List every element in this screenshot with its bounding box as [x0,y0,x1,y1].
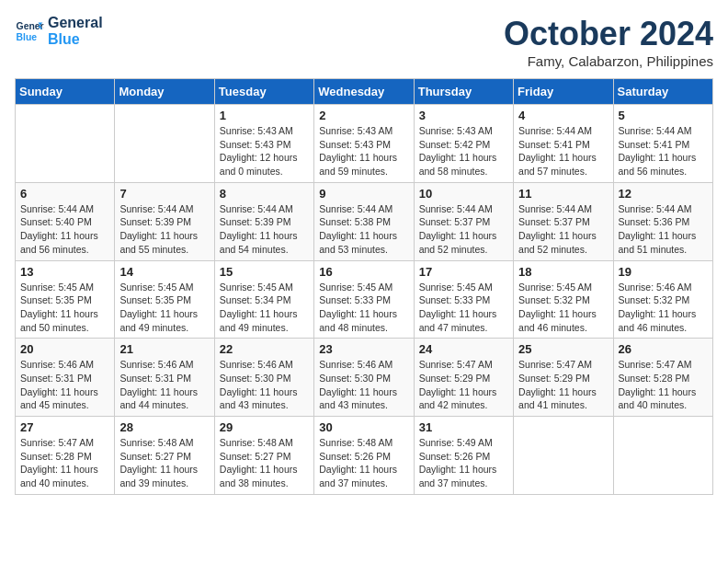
calendar-cell: 30 Sunrise: 5:48 AMSunset: 5:26 PMDaylig… [314,417,414,495]
calendar-week-4: 20 Sunrise: 5:46 AMSunset: 5:31 PMDaylig… [16,339,713,417]
day-number: 31 [419,420,508,434]
day-number: 14 [119,265,209,279]
logo-general: General [48,15,103,31]
calendar-cell: 4 Sunrise: 5:44 AMSunset: 5:41 PMDayligh… [514,105,613,183]
day-info: Sunrise: 5:44 AMSunset: 5:37 PMDaylight:… [518,202,608,257]
calendar-week-5: 27 Sunrise: 5:47 AMSunset: 5:28 PMDaylig… [16,417,713,495]
calendar-cell: 26 Sunrise: 5:47 AMSunset: 5:28 PMDaylig… [613,339,712,417]
logo-blue: Blue [48,31,103,48]
calendar-cell [115,105,214,183]
day-number: 8 [220,187,309,201]
day-number: 6 [20,187,109,201]
calendar-table: SundayMondayTuesdayWednesdayThursdayFrid… [15,78,713,495]
calendar-cell: 5 Sunrise: 5:44 AMSunset: 5:41 PMDayligh… [613,105,712,183]
day-number: 23 [319,342,408,356]
day-info: Sunrise: 5:46 AMSunset: 5:31 PMDaylight:… [119,358,209,412]
header-sunday: Sunday [16,79,115,105]
day-info: Sunrise: 5:47 AMSunset: 5:29 PMDaylight:… [419,358,508,412]
calendar-cell: 13 Sunrise: 5:45 AMSunset: 5:35 PMDaylig… [16,260,115,339]
day-info: Sunrise: 5:46 AMSunset: 5:31 PMDaylight:… [20,358,109,412]
day-number: 24 [419,342,508,356]
logo-icon: General Blue [15,17,44,46]
calendar-cell: 14 Sunrise: 5:45 AMSunset: 5:35 PMDaylig… [115,260,214,339]
day-info: Sunrise: 5:48 AMSunset: 5:27 PMDaylight:… [220,436,309,490]
calendar-cell: 29 Sunrise: 5:48 AMSunset: 5:27 PMDaylig… [214,417,313,495]
day-info: Sunrise: 5:45 AMSunset: 5:33 PMDaylight:… [319,281,408,335]
header-tuesday: Tuesday [214,79,313,105]
calendar-cell: 1 Sunrise: 5:43 AMSunset: 5:43 PMDayligh… [214,105,313,183]
day-info: Sunrise: 5:49 AMSunset: 5:26 PMDaylight:… [419,436,508,490]
calendar-cell: 7 Sunrise: 5:44 AMSunset: 5:39 PMDayligh… [115,182,214,260]
page-header: General Blue General Blue October 2024 F… [15,15,713,69]
calendar-cell: 15 Sunrise: 5:45 AMSunset: 5:34 PMDaylig… [214,260,313,339]
svg-text:Blue: Blue [17,31,38,41]
day-number: 5 [619,109,708,122]
calendar-cell: 2 Sunrise: 5:43 AMSunset: 5:43 PMDayligh… [314,105,414,183]
calendar-cell: 23 Sunrise: 5:46 AMSunset: 5:30 PMDaylig… [314,339,414,417]
calendar-week-2: 6 Sunrise: 5:44 AMSunset: 5:40 PMDayligh… [16,182,713,260]
calendar-cell: 3 Sunrise: 5:43 AMSunset: 5:42 PMDayligh… [414,105,513,183]
calendar-cell: 24 Sunrise: 5:47 AMSunset: 5:29 PMDaylig… [414,339,513,417]
header-friday: Friday [514,79,613,105]
month-title: October 2024 [504,15,713,53]
calendar-header-row: SundayMondayTuesdayWednesdayThursdayFrid… [16,79,713,105]
day-info: Sunrise: 5:47 AMSunset: 5:28 PMDaylight:… [619,358,708,412]
day-number: 1 [220,109,309,122]
calendar-cell: 17 Sunrise: 5:45 AMSunset: 5:33 PMDaylig… [414,260,513,339]
day-number: 26 [619,342,708,356]
calendar-cell: 18 Sunrise: 5:45 AMSunset: 5:32 PMDaylig… [514,260,613,339]
day-info: Sunrise: 5:47 AMSunset: 5:28 PMDaylight:… [20,436,109,490]
day-number: 2 [319,109,408,122]
day-info: Sunrise: 5:48 AMSunset: 5:27 PMDaylight:… [119,436,209,490]
day-number: 28 [119,420,209,434]
day-number: 15 [220,265,309,279]
day-number: 22 [220,342,309,356]
day-number: 17 [419,265,508,279]
calendar-cell: 22 Sunrise: 5:46 AMSunset: 5:30 PMDaylig… [214,339,313,417]
day-number: 9 [319,187,408,201]
calendar-cell: 8 Sunrise: 5:44 AMSunset: 5:39 PMDayligh… [214,182,313,260]
day-info: Sunrise: 5:44 AMSunset: 5:37 PMDaylight:… [419,202,508,257]
day-info: Sunrise: 5:44 AMSunset: 5:41 PMDaylight:… [518,124,608,178]
day-info: Sunrise: 5:43 AMSunset: 5:42 PMDaylight:… [419,124,508,178]
day-info: Sunrise: 5:43 AMSunset: 5:43 PMDaylight:… [220,124,309,178]
day-info: Sunrise: 5:45 AMSunset: 5:35 PMDaylight:… [119,281,209,335]
title-section: October 2024 Famy, Calabarzon, Philippin… [504,15,713,69]
day-info: Sunrise: 5:45 AMSunset: 5:33 PMDaylight:… [419,281,508,335]
calendar-week-1: 1 Sunrise: 5:43 AMSunset: 5:43 PMDayligh… [16,105,713,183]
header-monday: Monday [115,79,214,105]
day-number: 11 [518,187,608,201]
day-number: 16 [319,265,408,279]
calendar-cell: 12 Sunrise: 5:44 AMSunset: 5:36 PMDaylig… [613,182,712,260]
day-number: 30 [319,420,408,434]
day-number: 7 [119,187,209,201]
day-number: 13 [20,265,109,279]
day-info: Sunrise: 5:44 AMSunset: 5:36 PMDaylight:… [619,202,708,257]
day-number: 12 [619,187,708,201]
day-info: Sunrise: 5:44 AMSunset: 5:41 PMDaylight:… [619,124,708,178]
day-info: Sunrise: 5:44 AMSunset: 5:38 PMDaylight:… [319,202,408,257]
calendar-week-3: 13 Sunrise: 5:45 AMSunset: 5:35 PMDaylig… [16,260,713,339]
day-number: 18 [518,265,608,279]
calendar-cell [16,105,115,183]
day-number: 29 [220,420,309,434]
calendar-cell: 19 Sunrise: 5:46 AMSunset: 5:32 PMDaylig… [613,260,712,339]
day-info: Sunrise: 5:44 AMSunset: 5:40 PMDaylight:… [20,202,109,257]
header-saturday: Saturday [613,79,712,105]
calendar-cell [613,417,712,495]
day-info: Sunrise: 5:43 AMSunset: 5:43 PMDaylight:… [319,124,408,178]
calendar-cell: 25 Sunrise: 5:47 AMSunset: 5:29 PMDaylig… [514,339,613,417]
day-info: Sunrise: 5:44 AMSunset: 5:39 PMDaylight:… [220,202,309,257]
calendar-cell: 28 Sunrise: 5:48 AMSunset: 5:27 PMDaylig… [115,417,214,495]
day-number: 3 [419,109,508,122]
day-info: Sunrise: 5:46 AMSunset: 5:30 PMDaylight:… [220,358,309,412]
calendar-cell: 11 Sunrise: 5:44 AMSunset: 5:37 PMDaylig… [514,182,613,260]
day-number: 25 [518,342,608,356]
calendar-cell: 31 Sunrise: 5:49 AMSunset: 5:26 PMDaylig… [414,417,513,495]
location: Famy, Calabarzon, Philippines [504,53,713,69]
day-number: 20 [20,342,109,356]
day-number: 4 [518,109,608,122]
day-number: 19 [619,265,708,279]
calendar-cell: 21 Sunrise: 5:46 AMSunset: 5:31 PMDaylig… [115,339,214,417]
day-number: 21 [119,342,209,356]
